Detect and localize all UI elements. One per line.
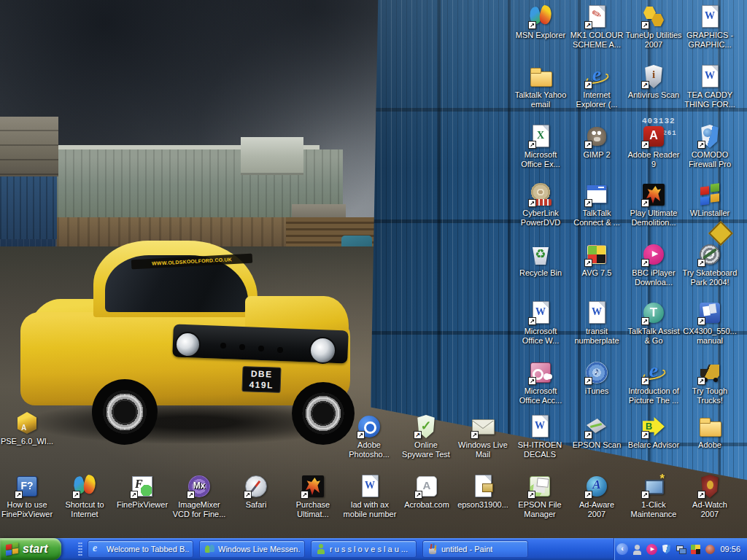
graphics-graphic-doc[interactable]: GRAPHICS - GRAPHIC... bbox=[681, 4, 738, 50]
ad-watch-2007[interactable]: ↗Ad-Watch 2007 bbox=[681, 474, 738, 519]
adobe-reader-9[interactable]: ↗Adobe Reader 9 bbox=[625, 124, 682, 169]
purchase-ultimate[interactable]: ↗Purchase Ultimat... bbox=[285, 474, 341, 519]
imagemixer-vcd[interactable]: ↗ImageMixer VCD for Fine... bbox=[171, 474, 228, 519]
shortcut-arrow-icon: ↗ bbox=[528, 199, 536, 207]
pse-6-0-installer-icon bbox=[15, 411, 39, 435]
lad-with-ax-mobile-number[interactable]: lad with ax mobile number bbox=[341, 474, 398, 519]
shortcut-arrow-icon: ↗ bbox=[528, 377, 536, 385]
start-button[interactable]: start bbox=[0, 538, 61, 560]
shortcut-arrow-icon: ↗ bbox=[697, 491, 705, 499]
pse-6-0-installer-label: PSE_6.0_WI... bbox=[0, 437, 55, 446]
shortcut-arrow-icon: ↗ bbox=[471, 431, 479, 439]
tea-caddy-thing-doc[interactable]: TEA CADDY THING FOR... bbox=[681, 64, 738, 109]
gimp-2-icon: ↗ bbox=[584, 124, 609, 149]
bbc-iplayer-download[interactable]: ↗BBC iPlayer Downloa... bbox=[625, 242, 682, 287]
sh-itroen-decals-icon bbox=[527, 414, 552, 439]
tray-collapse-button[interactable] bbox=[616, 543, 628, 555]
comodo-firewall-pro[interactable]: ↗COMODO Firewall Pro bbox=[681, 124, 738, 169]
paint-icon bbox=[427, 543, 438, 555]
adobe-reader-9-icon: ↗ bbox=[641, 124, 666, 149]
adobe-photoshop-com[interactable]: ↗Adobe Photosho... bbox=[341, 414, 398, 459]
sh-itroen-decals[interactable]: SH-ITROEN DECALS bbox=[511, 414, 568, 459]
epson-scan[interactable]: ↗EPSON Scan bbox=[568, 414, 625, 450]
finepixviewer[interactable]: ↗FinePixViewer bbox=[114, 474, 171, 510]
shortcut-arrow-icon: ↗ bbox=[641, 141, 649, 149]
microsoft-office-excel[interactable]: ↗Microsoft Office Ex... bbox=[512, 124, 569, 169]
graphics-graphic-doc-icon bbox=[697, 4, 722, 29]
microsoft-office-access[interactable]: ↗Microsoft Office Acc... bbox=[512, 360, 569, 405]
play-ultimate-demolition[interactable]: ↗Play Ultimate Demolition... bbox=[625, 182, 682, 228]
microsoft-office-word[interactable]: ↗Microsoft Office W... bbox=[512, 300, 569, 346]
window-untitled-paint[interactable]: untitled - Paint bbox=[422, 540, 528, 558]
acrobat-com[interactable]: ↗Acrobat.com bbox=[398, 474, 455, 510]
ad-aware-2007[interactable]: ↗Ad-Aware 2007 bbox=[568, 474, 625, 519]
avg-7-5-label: AVG 7.5 bbox=[568, 268, 625, 278]
recycle-bin[interactable]: Recycle Bin bbox=[512, 242, 569, 278]
tea-caddy-thing-doc-icon bbox=[697, 64, 722, 89]
epson31900[interactable]: epson31900... bbox=[454, 474, 511, 510]
shortcut-arrow-icon: ↗ bbox=[697, 259, 705, 267]
desktop-icons-layer: ↗MSN Explorer↗MK1 COLOUR SCHEME A...↗Tun… bbox=[0, 0, 747, 538]
itunes-label: iTunes bbox=[568, 386, 625, 396]
quick-launch-grip[interactable] bbox=[78, 542, 82, 556]
antivirus-scan[interactable]: ↗Antivirus Scan bbox=[625, 64, 682, 100]
window-windows-live-messenger[interactable]: Windows Live Messen... bbox=[199, 540, 305, 558]
shortcut-arrow-icon: ↗ bbox=[15, 491, 23, 499]
wlinstaller[interactable]: WLinstaller bbox=[681, 182, 738, 218]
how-to-use-finepixviewer[interactable]: ↗How to use FinePixViewer bbox=[0, 474, 55, 519]
one-click-maintenance[interactable]: ↗1-Click Maintenance bbox=[625, 474, 682, 519]
cx4300-550-manual[interactable]: ↗CX4300_550... manual bbox=[681, 300, 738, 346]
try-skateboard-park-2004[interactable]: ↗Try Skateboard Park 2004! bbox=[681, 242, 738, 287]
messenger-offline-tray-icon[interactable] bbox=[632, 544, 643, 555]
internet-explorer-icon: ↗ bbox=[584, 64, 609, 89]
sh-itroen-decals-label: SH-ITROEN DECALS bbox=[511, 440, 568, 459]
introduction-of-picture-the-label: Introduction of Picture The ... bbox=[625, 386, 682, 405]
talktalk-connect[interactable]: ↗TalkTalk Connect & ... bbox=[568, 182, 625, 228]
bbc-iplayer-download-icon: ↗ bbox=[641, 242, 666, 267]
epson-file-manager-icon: ↗ bbox=[527, 474, 552, 499]
windows-live-mail[interactable]: ↗Windows Live Mail bbox=[454, 414, 511, 459]
talktalk-assist-go[interactable]: ↗TalkTalk Assist & Go bbox=[625, 300, 682, 346]
cyberlink-powerdvd[interactable]: ↗CyberLink PowerDVD bbox=[512, 182, 569, 228]
epson-file-manager[interactable]: ↗EPSON File Manager bbox=[511, 474, 568, 519]
shortcut-to-internet[interactable]: ↗Shortcut to Internet bbox=[56, 474, 113, 519]
talktalk-yahoo-email[interactable]: Talktalk Yahoo email bbox=[512, 64, 569, 109]
online-spyware-test-label: Online Spyware Test bbox=[398, 440, 454, 459]
gimp-2[interactable]: ↗GIMP 2 bbox=[568, 124, 625, 160]
belarc-advisor[interactable]: ↗Belarc Advisor bbox=[625, 414, 682, 450]
mk1-colour-scheme[interactable]: ↗MK1 COLOUR SCHEME A... bbox=[568, 4, 625, 50]
avg-7-5[interactable]: ↗AVG 7.5 bbox=[568, 242, 625, 278]
internet-explorer[interactable]: ↗Internet Explorer (... bbox=[568, 64, 625, 109]
window-chat-russ-loves-lau[interactable]: r u s s l o v e s l a u ... bbox=[311, 540, 417, 558]
shortcut-arrow-icon: ↗ bbox=[584, 81, 592, 89]
avg-tray-icon[interactable] bbox=[690, 544, 701, 555]
network-tray-icon[interactable] bbox=[676, 544, 686, 555]
shortcut-arrow-icon: ↗ bbox=[130, 491, 138, 499]
shortcut-arrow-icon: ↗ bbox=[641, 259, 649, 267]
introduction-of-picture-the[interactable]: ↗Introduction of Picture The ... bbox=[625, 360, 682, 405]
adobe-folder-label: Adobe bbox=[681, 440, 738, 450]
microsoft-office-word-label: Microsoft Office W... bbox=[512, 327, 569, 346]
safari[interactable]: ↗Safari bbox=[228, 474, 285, 510]
window-ie-tabbed-browsing[interactable]: Welcome to Tabbed B... bbox=[88, 540, 193, 558]
tuneup-utilities-2007[interactable]: ↗TuneUp Utilities 2007 bbox=[625, 4, 682, 50]
ad-aware-tray-icon[interactable] bbox=[705, 544, 716, 555]
comodo-firewall-tray-icon[interactable] bbox=[661, 544, 672, 555]
online-spyware-test[interactable]: ↗Online Spyware Test bbox=[398, 414, 454, 459]
ad-aware-2007-icon: ↗ bbox=[584, 474, 609, 499]
avg-7-5-icon: ↗ bbox=[584, 242, 609, 267]
talktalk-assist-go-icon: ↗ bbox=[641, 300, 666, 325]
msn-explorer[interactable]: ↗MSN Explorer bbox=[512, 4, 569, 40]
cyberlink-powerdvd-label: CyberLink PowerDVD bbox=[512, 209, 569, 228]
itunes[interactable]: ↗iTunes bbox=[568, 360, 625, 396]
microsoft-office-excel-label: Microsoft Office Ex... bbox=[512, 150, 569, 169]
online-spyware-test-icon: ↗ bbox=[414, 414, 438, 439]
talktalk-connect-icon: ↗ bbox=[584, 182, 609, 207]
adobe-folder[interactable]: Adobe bbox=[681, 414, 738, 450]
bbc-iplayer-tray-icon[interactable] bbox=[646, 544, 657, 555]
shortcut-arrow-icon: ↗ bbox=[528, 141, 536, 149]
tuneup-utilities-2007-label: TuneUp Utilities 2007 bbox=[625, 31, 682, 50]
try-tough-trucks[interactable]: ↗Try Tough Trucks! bbox=[681, 360, 738, 405]
pse-6-0-installer[interactable]: PSE_6.0_WI... bbox=[0, 411, 55, 446]
transit-numberplate[interactable]: transit numberplate bbox=[568, 300, 625, 346]
